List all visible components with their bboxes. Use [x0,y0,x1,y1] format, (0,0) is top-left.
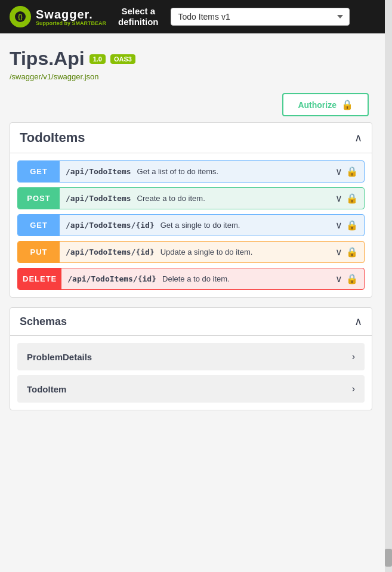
endpoint-path: /api/TodoItems/{id} [60,221,160,230]
schemas-body: ProblemDetails › TodoItem › [10,336,372,410]
endpoint-lock-icon: 🔒 [346,193,358,204]
supported-by-text: Supported by SMARTBEAR [36,21,106,26]
schema-item-todoitem[interactable]: TodoItem › [17,375,365,403]
definition-select[interactable]: Todo Items v1 [171,8,350,26]
expand-chevron-icon[interactable]: ∨ [335,193,342,204]
endpoint-actions: ∨ 🔒 [329,273,364,285]
authorize-lock-icon: 🔒 [341,99,353,110]
endpoint-get-todoitems-id[interactable]: GET /api/TodoItems/{id} Get a single to … [17,214,365,236]
endpoint-description: Update a single to do item. [160,248,329,256]
endpoint-description: Create a to do item. [137,194,329,203]
endpoint-actions: ∨ 🔒 [329,166,364,177]
authorize-label: Authorize [298,100,337,110]
swagger-brand: Swagger. [36,8,106,21]
svg-text:{}: {} [18,14,23,20]
schema-expand-arrow-icon: › [352,351,355,362]
header: {} Swagger. Supported by SMARTBEAR Selec… [0,0,392,33]
schemas-section-title: Schemas [20,316,67,328]
todoitems-chevron-up-icon: ∧ [354,131,362,144]
schemas-section-header[interactable]: Schemas ∧ [10,308,372,336]
method-badge-post: POST [18,188,60,209]
method-badge-put: PUT [18,242,60,262]
endpoint-lock-icon: 🔒 [346,246,358,258]
main-content: Tips.Api 1.0 OAS3 /swagger/v1/swagger.js… [0,33,382,434]
endpoint-delete-todoitems-id[interactable]: DELETE /api/TodoItems/{id} Delete a to d… [17,268,365,290]
endpoints-list: GET /api/TodoItems Get a list of to do i… [10,153,372,297]
scrollbar[interactable] [385,0,392,572]
endpoint-actions: ∨ 🔒 [329,219,364,231]
endpoint-lock-icon: 🔒 [346,273,358,285]
logo-area: {} Swagger. Supported by SMARTBEAR [10,6,106,27]
oas3-badge: OAS3 [110,54,135,64]
endpoint-post-todoitems[interactable]: POST /api/TodoItems Create a to do item.… [17,187,365,209]
scrollbar-thumb[interactable] [385,549,392,567]
endpoint-lock-icon: 🔒 [346,219,358,231]
endpoint-path: /api/TodoItems/{id} [60,248,160,256]
logo-text: Swagger. Supported by SMARTBEAR [36,8,106,26]
api-title-row: Tips.Api 1.0 OAS3 [10,48,372,70]
endpoint-actions: ∨ 🔒 [329,246,364,258]
api-title: Tips.Api [10,48,85,70]
endpoint-description: Delete a to do item. [162,274,329,283]
todoitems-section-header[interactable]: TodoItems ∧ [10,123,372,153]
todoitems-section-title: TodoItems [20,130,85,146]
expand-chevron-icon[interactable]: ∨ [335,273,342,285]
endpoint-description: Get a list of to do items. [137,167,329,176]
version-badge: 1.0 [89,54,106,64]
authorize-button[interactable]: Authorize 🔒 [282,93,369,116]
select-definition-label: Select a definition [118,6,159,27]
endpoint-path: /api/TodoItems [60,194,137,203]
endpoint-path: /api/TodoItems/{id} [61,274,162,283]
endpoint-description: Get a single to do item. [160,221,329,230]
endpoint-get-todoitems[interactable]: GET /api/TodoItems Get a list of to do i… [17,160,365,183]
schema-item-problemdetails[interactable]: ProblemDetails › [17,343,365,370]
schemas-section: Schemas ∧ ProblemDetails › TodoItem › [10,307,372,410]
method-badge-delete: DELETE [18,268,61,289]
expand-chevron-icon[interactable]: ∨ [335,219,342,231]
schema-name: ProblemDetails [27,352,352,362]
swagger-logo-icon: {} [10,6,31,27]
schemas-chevron-up-icon: ∧ [354,315,362,328]
authorize-section: Authorize 🔒 [10,93,372,116]
method-badge-get: GET [18,161,60,182]
todoitems-section: TodoItems ∧ GET /api/TodoItems Get a lis… [10,122,372,298]
api-url-link[interactable]: /swagger/v1/swagger.json [10,72,372,81]
schema-name: TodoItem [27,384,352,394]
endpoint-actions: ∨ 🔒 [329,193,364,204]
expand-chevron-icon[interactable]: ∨ [335,166,342,177]
endpoint-put-todoitems-id[interactable]: PUT /api/TodoItems/{id} Update a single … [17,241,365,263]
endpoint-path: /api/TodoItems [60,167,137,176]
schema-expand-arrow-icon: › [352,384,355,394]
endpoint-lock-icon: 🔒 [346,166,358,177]
method-badge-get: GET [18,215,60,236]
expand-chevron-icon[interactable]: ∨ [335,246,342,258]
